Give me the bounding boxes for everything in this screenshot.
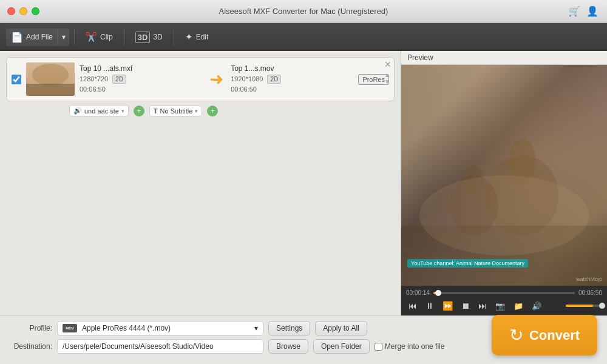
output-file-name: Top 1...s.mov xyxy=(231,64,353,73)
browse-button[interactable]: Browse xyxy=(268,339,308,354)
settings-button[interactable]: Settings xyxy=(268,321,310,335)
video-controls: 00:00:14 00:06:50 ⏮ ⏸ ⏩ ⏹ ⏭ 📷 📁 🔊 xyxy=(401,286,607,315)
playback-controls: ⏮ ⏸ ⏩ ⏹ ⏭ 📷 📁 🔊 xyxy=(406,300,602,312)
preview-video: YouTube channel: Animal Nature Documenta… xyxy=(401,65,607,286)
file-list-area: Top 10 ...als.mxf 1280*720 2D 00:06:50 ➜… xyxy=(0,51,401,315)
source-file-name: Top 10 ...als.mxf xyxy=(80,64,202,73)
video-watermark: watchMojo xyxy=(576,276,602,282)
file-checkbox[interactable] xyxy=(12,75,21,84)
toolbar: 📄 Add File ▾ ✂️ Clip 3D 3D ✦ Edit xyxy=(0,23,607,51)
subtitle-label: No Subtitle xyxy=(160,107,193,115)
progress-thumb xyxy=(435,290,441,296)
edit-button[interactable]: ✦ Edit xyxy=(179,29,215,46)
preview-panel: Preview YouTube channel: Animal Nature D… xyxy=(401,51,607,315)
preview-header: Preview xyxy=(401,51,607,65)
file-item: Top 10 ...als.mxf 1280*720 2D 00:06:50 ➜… xyxy=(6,57,395,101)
svg-point-1 xyxy=(32,64,69,86)
convert-button[interactable]: ↻ Convert xyxy=(492,315,597,356)
source-duration: 00:06:50 xyxy=(80,84,202,95)
source-file-info: Top 10 ...als.mxf 1280*720 2D 00:06:50 xyxy=(80,64,202,94)
stop-button[interactable]: ⏹ xyxy=(459,300,472,312)
total-time: 00:06:50 xyxy=(578,289,602,296)
minimize-button[interactable] xyxy=(19,7,27,15)
toolbar-separator-3 xyxy=(174,29,174,45)
subtitle-select[interactable]: T No Subtitle ▾ xyxy=(149,106,203,116)
convert-label: Convert xyxy=(529,328,580,343)
progress-row: 00:00:14 00:06:50 xyxy=(406,289,602,296)
file-close-button[interactable]: ✕ xyxy=(384,60,392,69)
destination-label: Destination: xyxy=(10,342,52,351)
file-nav-up[interactable]: ▲ xyxy=(384,72,390,78)
file-extra-row: 🔊 und aac ste ▾ + T No Subtitle ▾ + xyxy=(6,105,395,116)
cart-icon[interactable]: 🛒 xyxy=(568,5,580,17)
svg-point-8 xyxy=(419,175,589,255)
merge-checkbox[interactable] xyxy=(375,343,382,351)
audio-track-select[interactable]: 🔊 und aac ste ▾ xyxy=(69,105,129,116)
window-controls xyxy=(7,7,39,15)
add-file-group: 📄 Add File ▾ xyxy=(6,29,69,46)
maximize-button[interactable] xyxy=(32,7,39,15)
source-badge: 2D xyxy=(112,75,126,84)
add-file-button[interactable]: 📄 Add File xyxy=(6,29,58,46)
volume-fill xyxy=(566,305,593,307)
subtitle-icon: T xyxy=(154,107,158,115)
3d-button[interactable]: 3D 3D xyxy=(129,29,169,46)
title-bar: Aiseesoft MXF Converter for Mac (Unregis… xyxy=(0,0,607,23)
current-time: 00:00:14 xyxy=(406,289,430,296)
audio-track-label: und aac ste xyxy=(84,107,119,115)
open-folder-button[interactable]: Open Folder xyxy=(313,339,370,354)
edit-label: Edit xyxy=(196,33,209,41)
profile-value: Apple ProRes 4444 (*.mov) xyxy=(82,324,171,332)
output-duration: 00:06:50 xyxy=(231,84,353,95)
profile-select[interactable]: MOV Apple ProRes 4444 (*.mov) ▾ xyxy=(57,321,263,335)
profile-label: Profile: xyxy=(10,324,52,332)
toolbar-separator-1 xyxy=(74,29,75,45)
main-area: Top 10 ...als.mxf 1280*720 2D 00:06:50 ➜… xyxy=(0,51,607,315)
add-file-dropdown[interactable]: ▾ xyxy=(58,30,69,44)
audio-dropdown-arrow: ▾ xyxy=(121,108,124,114)
3d-icon: 3D xyxy=(135,32,151,43)
convert-icon: ↻ xyxy=(509,325,523,345)
screenshot-button[interactable]: 📷 xyxy=(493,300,507,312)
add-file-label: Add File xyxy=(26,33,53,41)
file-thumbnail xyxy=(26,62,75,96)
volume-slider[interactable] xyxy=(566,305,602,307)
title-bar-icons: 🛒 👤 xyxy=(568,5,599,17)
video-content xyxy=(401,65,607,286)
bottom-bar: Profile: MOV Apple ProRes 4444 (*.mov) ▾… xyxy=(0,315,607,364)
profile-format-icon: MOV xyxy=(63,324,77,332)
add-subtitle-button[interactable]: + xyxy=(207,106,218,116)
skip-end-button[interactable]: ⏭ xyxy=(476,300,489,312)
profile-dropdown-arrow: ▾ xyxy=(254,324,258,332)
output-file-info: Top 1...s.mov 1920*1080 2D 00:06:50 xyxy=(231,64,353,94)
clip-button[interactable]: ✂️ Clip xyxy=(80,29,119,46)
fast-forward-button[interactable]: ⏩ xyxy=(440,300,455,312)
volume-thumb xyxy=(599,303,605,309)
folder-button[interactable]: 📁 xyxy=(511,300,526,312)
mute-button[interactable]: 🔊 xyxy=(529,300,544,312)
subtitle-dropdown-arrow: ▾ xyxy=(195,108,198,114)
skip-start-button[interactable]: ⏮ xyxy=(406,300,419,312)
destination-input[interactable] xyxy=(57,339,263,354)
clip-icon: ✂️ xyxy=(86,32,97,42)
output-resolution: 1920*1080 2D xyxy=(231,74,353,84)
video-caption: YouTube channel: Animal Nature Documenta… xyxy=(407,259,528,268)
add-audio-track-button[interactable]: + xyxy=(134,106,144,116)
audio-icon: 🔊 xyxy=(73,107,82,115)
close-button[interactable] xyxy=(7,7,15,15)
add-file-icon: 📄 xyxy=(11,32,23,43)
file-nav-down[interactable]: ▼ xyxy=(384,79,390,85)
3d-label: 3D xyxy=(153,33,162,41)
toolbar-separator-2 xyxy=(124,29,124,45)
svg-rect-2 xyxy=(26,84,75,96)
profile-icon[interactable]: 👤 xyxy=(586,5,599,17)
output-badge: 2D xyxy=(267,75,281,84)
edit-icon: ✦ xyxy=(185,32,193,42)
convert-arrow-icon: ➜ xyxy=(209,69,223,89)
apply-all-button[interactable]: Apply to All xyxy=(315,321,367,335)
source-resolution: 1280*720 2D xyxy=(80,74,202,84)
progress-bar[interactable] xyxy=(433,292,575,294)
window-title: Aiseesoft MXF Converter for Mac (Unregis… xyxy=(219,7,388,16)
merge-row: Merge into one file xyxy=(375,342,445,351)
pause-button[interactable]: ⏸ xyxy=(423,300,436,312)
